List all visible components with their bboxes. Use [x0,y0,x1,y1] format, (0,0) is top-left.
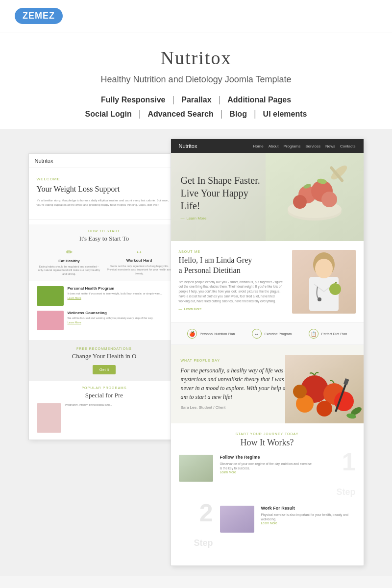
features-row-1: Fully Responsive | Parallax | Additional… [10,95,382,105]
service2-text: We will be focused and working with you … [68,317,153,319]
program-text: Pregnancy, infancy, physiological and... [65,403,112,407]
card2-text: Diet is not the only ingredient of a lon… [107,265,172,276]
left-welcome-label: WELCOME [37,177,172,181]
service-item-1: Personal Health Program It does not matt… [37,286,172,306]
divider-1 [29,219,180,220]
separator-3: | [139,109,141,119]
testimonial-label: WHAT PEOPLE SAY [181,359,294,362]
diet-label: Perfect Diet Plan [321,332,347,336]
hero-title: Get In Shape Faster.Live Your Happy Life… [181,174,269,212]
testimonial-quote: For me personally, a healhy way of life … [181,366,294,401]
separator-4: | [220,109,223,119]
hero-learn-more[interactable]: — Learn More [181,216,269,220]
about-content: ABOUT ME Hello, I am Linda Greya Persona… [179,250,285,314]
left-nav-brand: Nutritox [35,158,53,164]
nav-link-programs[interactable]: Programs [284,144,301,148]
nav-link-services[interactable]: Services [305,144,320,148]
left-hero-text: It's a familiar story: You pledge to hon… [37,198,172,207]
icon-item-diet: 📋 Perfect Diet Plan [309,329,347,339]
nav-link-news[interactable]: News [325,144,335,148]
programs-section: POPULAR PROGRAMS Special for Pre Pregnan… [29,381,180,440]
service2-title: Wellness Counseling [68,311,153,315]
service1-learn-more[interactable]: Learn More [68,296,163,299]
icon-item-nutrition: 🍎 Personal Nutrition Plan [187,329,235,339]
service1-title: Personal Health Program [68,286,163,291]
step-2: 2Step Work For Result Physical exercise … [179,506,356,550]
separator-1: | [172,95,175,105]
card1-text: Eating habits should be regulated and co… [37,265,102,276]
step-1: Follow The Regime Observance of your own… [179,455,356,499]
arrow-icon: — [181,216,185,220]
step1-image [179,455,213,482]
svg-point-12 [315,259,333,278]
svg-point-18 [317,401,332,416]
cta-title: Change Your Health in O [37,352,172,360]
about-label: ABOUT ME [179,250,285,253]
icons-bar: 🍎 Personal Nutrition Plan ↔ Exercise Pro… [171,322,364,345]
howto-label: HOW TO START [37,229,172,233]
logo[interactable]: ZEMEZ [15,8,63,24]
feature-advanced-search: Advanced Search [147,110,213,119]
left-preview-panel: Nutritox WELCOME Your Weight Loss Suppor… [28,153,180,440]
nutrition-label: Personal Nutrition Plan [200,332,235,336]
right-nav: Nutritox Home About Programs Services Ne… [171,139,364,153]
cta-button[interactable]: Get It [93,365,116,374]
svg-point-20 [293,385,307,398]
feature-social-login: Social Login [85,110,132,119]
program-image [37,403,61,433]
product-subtitle: Healthy Nutrition and Dietology Joomla T… [10,74,382,85]
nav-link-contacts[interactable]: Contacts [340,144,356,148]
right-preview-panel: Nutritox Home About Programs Services Ne… [171,139,364,566]
feature-fully-responsive: Fully Responsive [101,96,166,104]
services-section: Personal Health Program It does not matt… [29,281,180,340]
program-content: Pregnancy, infancy, physiological and... [65,403,112,407]
step2-image [220,506,254,533]
step2-text: Physical exercise is also important for … [261,513,356,521]
svg-rect-22 [343,378,349,385]
service2-learn-more[interactable]: Learn More [68,321,153,324]
howto-section: HOW TO START It's Easy to Start To ✏ Eat… [29,224,180,281]
about-learn-more[interactable]: — Learn More [179,307,285,311]
service1-content: Personal Health Program It does not matt… [68,286,163,306]
left-hero-title: Your Weight Loss Support [37,184,172,195]
about-text: I've helped people exactly like you - sm… [179,280,285,304]
cta-section: FREE RECOMMENDATIONS Change Your Health … [29,340,180,381]
about-arrow-icon: — [179,307,182,311]
testimonial-author: Sara Lee, Student / Client [181,405,294,410]
nav-link-home[interactable]: Home [253,144,263,148]
service-item-2: Wellness Counseling We will be focused a… [37,311,172,330]
howworks-title: How It Works? [179,438,356,448]
left-nav: Nutritox [29,154,180,168]
programs-label: POPULAR PROGRAMS [37,386,172,390]
exercise-label: Exercise Program [265,332,292,336]
card-eat-healthy: ✏ Eat Healthy Eating habits should be re… [37,247,102,276]
service2-image [37,311,64,330]
right-nav-links: Home About Programs Services News Contac… [253,144,355,148]
eat-healthy-icon: ✏ [37,247,102,257]
about-title: Hello, I am Linda Greya Personal Dietiti… [179,255,285,276]
nav-link-about[interactable]: About [269,144,279,148]
card2-title: Workout Hard [107,258,172,263]
howworks-label: START YOUR JOURNEY TODAY [179,432,356,436]
hero-content: Get In Shape Faster.Live Your Happy Life… [171,164,279,230]
step2-title: Work For Result [261,506,356,511]
right-about: ABOUT ME Hello, I am Linda Greya Persona… [171,241,364,322]
step1-link[interactable]: Learn More [220,470,315,474]
howto-title: It's Easy to Start To [37,235,172,243]
diet-icon: 📋 [309,329,318,339]
testimonial-food-image [285,355,364,423]
step2-number: 2Step [179,501,213,550]
icon-item-exercise: ↔ Exercise Program [252,329,292,339]
card1-title: Eat Healthy [37,259,102,263]
nutrition-icon: 🍎 [187,329,197,339]
about-doctor-image [292,250,356,314]
step1-content: Follow The Regime Observance of your own… [220,455,315,474]
step2-link[interactable]: Learn More [261,521,356,525]
right-nav-brand: Nutritox [179,143,197,149]
svg-point-14 [329,283,341,295]
feature-blog: Blog [229,110,247,119]
step1-text: Observance of your own regime of the day… [220,462,315,470]
exercise-icon: ↔ [252,329,262,339]
title-section: Nutritox Healthy Nutrition and Dietology… [0,32,392,129]
svg-point-13 [318,297,321,301]
